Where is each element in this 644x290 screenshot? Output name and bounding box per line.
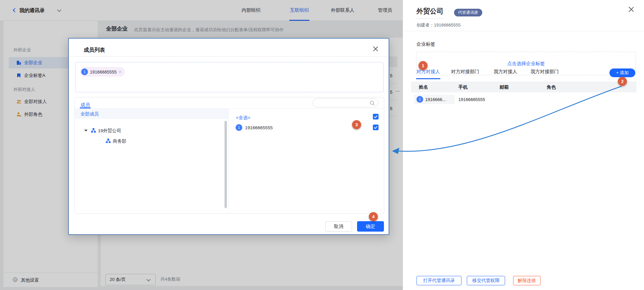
- column-divider: [228, 109, 229, 214]
- member-picker-panel: 成员 全部成员 19外贸公司 商务部 <全选>: [75, 97, 384, 214]
- add-contact-button[interactable]: + 添加: [609, 68, 635, 77]
- search-input[interactable]: [312, 98, 379, 107]
- active-tab-underline: [416, 78, 440, 79]
- column-role: 角色: [547, 84, 556, 90]
- member-list-modal: 成员列表 1 19166665555 × 成员 全部成员: [68, 38, 389, 235]
- selected-member-chip[interactable]: 1 19166665555 ×: [80, 67, 125, 77]
- select-all-checkbox[interactable]: [373, 114, 379, 119]
- tab-their-contacts[interactable]: 对方对接人: [416, 69, 440, 75]
- all-members-row[interactable]: 全部成员: [75, 109, 228, 119]
- panel-close-icon[interactable]: [627, 5, 635, 13]
- org-icon: [106, 138, 111, 143]
- divider: [403, 31, 644, 31]
- modal-title: 成员列表: [84, 47, 105, 54]
- company-tag-section-label: 企业标签: [416, 41, 435, 47]
- open-managed-contacts-button[interactable]: 打开代管通讯录: [416, 276, 461, 285]
- contacts-table-header: 姓名 手机 邮箱 角色: [411, 82, 637, 92]
- column-email: 邮箱: [500, 84, 509, 90]
- app-root: 我的通讯录 内部组织 互联组织 外部联系人 管理员 外部企业 + 全部企业 企业…: [0, 0, 644, 290]
- confirm-button[interactable]: 确定: [357, 221, 384, 232]
- modal-close-icon[interactable]: [372, 45, 379, 53]
- step-badge-2: 2: [618, 77, 627, 86]
- selected-members-box[interactable]: 1 19166665555 ×: [75, 62, 384, 92]
- tab-their-departments[interactable]: 对方对接部门: [451, 69, 479, 75]
- avatar: 1: [236, 124, 242, 131]
- member-checkbox[interactable]: [373, 125, 379, 130]
- step-badge-3: 3: [352, 120, 361, 129]
- tab-our-departments[interactable]: 我方对接部门: [531, 69, 559, 75]
- column-name: 姓名: [419, 84, 428, 90]
- modal-divider: [69, 56, 389, 57]
- all-members-label: 全部成员: [81, 111, 99, 116]
- step-badge-1: 1: [418, 61, 428, 70]
- managed-contacts-badge: 代管通讯录: [454, 9, 482, 16]
- tree-expand-caret-icon[interactable]: [84, 130, 88, 132]
- step-badge-4: 4: [369, 212, 378, 221]
- cancel-button[interactable]: 取消: [325, 221, 352, 232]
- chip-remove-icon[interactable]: ×: [119, 69, 121, 75]
- tree-node-company[interactable]: 19外贸公司: [98, 128, 121, 134]
- company-name: 外贸公司: [416, 7, 443, 19]
- tree-node-department[interactable]: 商务部: [113, 138, 127, 144]
- avatar: 1: [416, 96, 423, 103]
- disconnect-button[interactable]: 解除连接: [513, 276, 541, 285]
- column-phone: 手机: [458, 84, 467, 90]
- member-name: 19166665555: [245, 125, 273, 130]
- contact-phone: 19166665555: [458, 97, 485, 102]
- tab-our-contacts[interactable]: 我方对接人: [494, 69, 517, 75]
- org-icon: [91, 128, 96, 133]
- avatar: 1: [81, 68, 88, 75]
- scrollbar-thumb[interactable]: [225, 121, 227, 208]
- contact-name: 1916666...: [425, 97, 446, 102]
- creator-label: 创建者：19166665555: [416, 22, 461, 28]
- company-detail-panel: 外贸公司 代管通讯录 创建者：19166665555 企业标签 点击选择企业标签…: [403, 0, 644, 290]
- search-icon: [369, 100, 375, 106]
- select-all-link[interactable]: <全选>: [236, 115, 250, 121]
- select-company-tag-button[interactable]: 点击选择企业标签: [416, 52, 636, 75]
- transfer-managed-rights-button[interactable]: 移交代管权限: [467, 276, 505, 285]
- chip-label: 19166665555: [90, 69, 117, 75]
